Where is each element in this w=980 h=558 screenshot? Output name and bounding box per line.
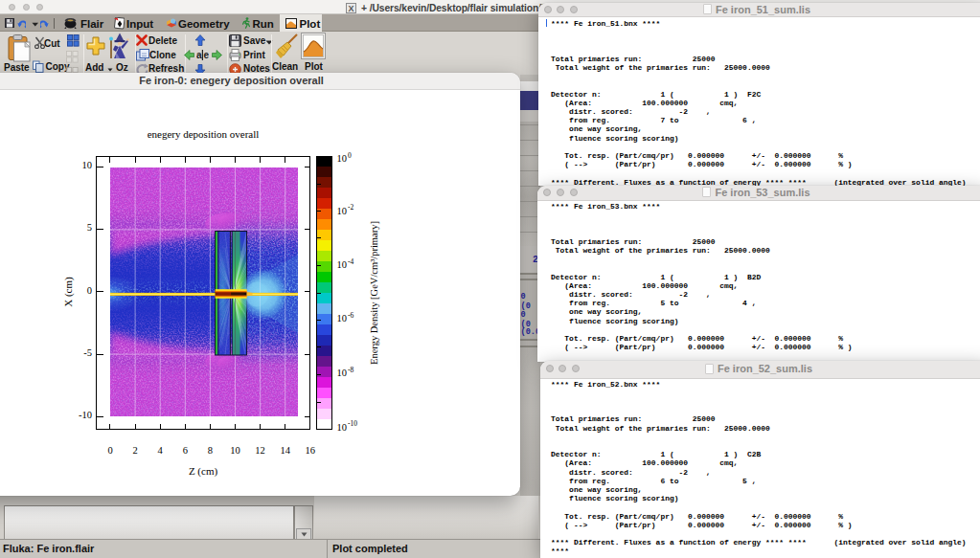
svg-text:-10: -10 (348, 419, 357, 428)
svg-text:X (cm): X (cm) (62, 277, 75, 307)
svg-text:10: 10 (337, 313, 348, 324)
svg-text:enegery deposition overall: enegery deposition overall (148, 128, 260, 140)
svg-text:4: 4 (158, 445, 164, 456)
svg-text:0: 0 (348, 151, 352, 160)
svg-text:16: 16 (306, 445, 316, 456)
svg-text:5: 5 (87, 222, 92, 233)
svg-text:12: 12 (255, 445, 265, 456)
svg-text:Z (cm): Z (cm) (189, 465, 218, 478)
svg-text:-2: -2 (348, 203, 353, 212)
svg-text:10: 10 (337, 422, 348, 433)
svg-text:Energy Density [GeV/cm³/primar: Energy Density [GeV/cm³/primary] (369, 221, 379, 365)
svg-text:10: 10 (337, 259, 348, 270)
svg-text:2: 2 (132, 445, 137, 456)
svg-text:a: a (196, 50, 202, 60)
svg-text:-4: -4 (348, 257, 353, 266)
svg-text:0: 0 (107, 445, 112, 456)
svg-text:10: 10 (337, 368, 348, 378)
svg-text:10: 10 (230, 445, 240, 456)
svg-text:e: e (204, 50, 210, 60)
svg-text:-5: -5 (83, 347, 92, 358)
svg-text:10: 10 (337, 153, 348, 164)
svg-text:6: 6 (183, 445, 188, 456)
svg-text:8: 8 (208, 445, 213, 456)
svg-text:-10: -10 (79, 410, 92, 420)
svg-text:10: 10 (337, 206, 348, 216)
svg-text:14: 14 (280, 445, 290, 456)
svg-text:-8: -8 (348, 366, 353, 374)
svg-text:10: 10 (82, 160, 93, 170)
svg-text:0: 0 (87, 285, 92, 296)
svg-text:-6: -6 (348, 311, 353, 320)
